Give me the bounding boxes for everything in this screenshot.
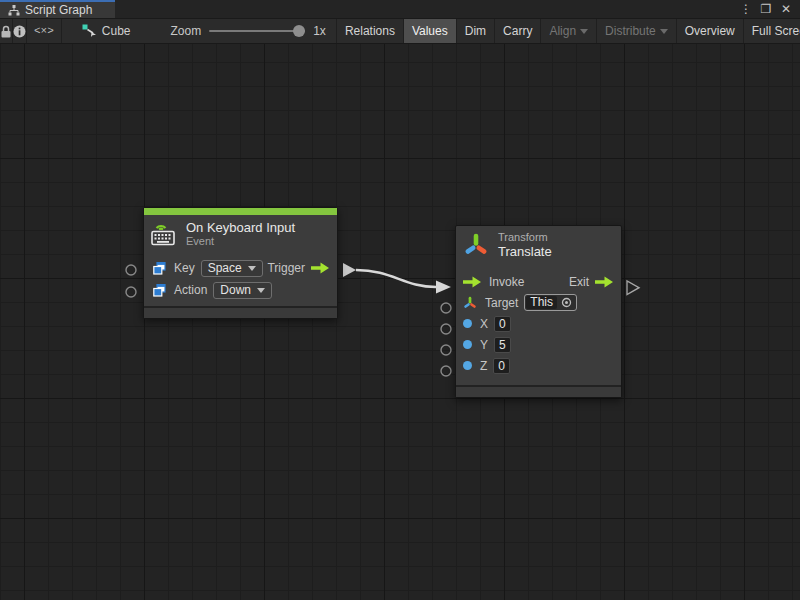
chevron-down-icon — [580, 29, 588, 34]
key-row: Key Space Trigger — [144, 257, 337, 279]
chevron-down-icon — [660, 29, 668, 34]
translate-node-body: Invoke Exit Target This — [456, 265, 621, 385]
action-dropdown[interactable]: Down — [213, 282, 272, 299]
toolbar-button-carry[interactable]: Carry — [494, 19, 540, 43]
action-input-port[interactable] — [126, 287, 136, 297]
value-port-dot — [463, 361, 472, 370]
y-input-port[interactable] — [441, 345, 451, 355]
graph-target-label: Cube — [102, 24, 131, 38]
toolbar-button-align[interactable]: Align — [540, 19, 596, 43]
info-icon — [13, 25, 26, 38]
graph-hierarchy-icon — [8, 5, 20, 16]
target-input-port[interactable] — [441, 303, 451, 313]
graph-toolbar: <×> Cube Zoom 1x Relations Values Dim Ca… — [0, 19, 800, 44]
event-node-body: Key Space Trigger — [144, 254, 337, 306]
zoom-value: 1x — [313, 24, 326, 38]
member-icon — [153, 262, 166, 275]
y-label: Y — [480, 338, 488, 352]
node-transform-translate[interactable]: Transform Translate Invoke Exit — [455, 225, 622, 398]
toolbar-button-overview[interactable]: Overview — [676, 19, 743, 43]
zoom-control: Zoom 1x — [141, 19, 336, 43]
exit-output-port[interactable] — [627, 281, 639, 295]
toolbar-button-distribute[interactable]: Distribute — [596, 19, 676, 43]
keyboard-event-icon — [151, 222, 177, 246]
script-graph-window: Script Graph ⋮ ❐ ✕ <×> — [0, 0, 800, 600]
z-input-port[interactable] — [441, 366, 451, 376]
graph-pointer-icon — [82, 24, 97, 38]
target-value: This — [526, 296, 557, 309]
edit-code-button[interactable]: <×> — [27, 19, 62, 43]
event-node-footer — [144, 306, 337, 318]
connections-overlay — [0, 44, 800, 600]
event-node-header: On Keyboard Input Event — [144, 215, 337, 254]
event-node-subtitle: Event — [186, 235, 295, 248]
tab-bar: Script Graph ⋮ ❐ ✕ — [0, 0, 800, 19]
translate-node-category: Transform — [498, 231, 552, 244]
y-value-field[interactable]: 5 — [494, 337, 511, 353]
key-dropdown[interactable]: Space — [201, 260, 263, 277]
close-icon[interactable]: ✕ — [778, 1, 794, 17]
invoke-label: Invoke — [489, 275, 524, 289]
zoom-label: Zoom — [171, 24, 202, 38]
toolbar-button-relations[interactable]: Relations — [336, 19, 403, 43]
maximize-icon[interactable]: ❐ — [758, 1, 774, 17]
value-port-dot — [463, 340, 472, 349]
value-port-dot — [463, 319, 472, 328]
invoke-row: Invoke Exit — [456, 271, 621, 292]
object-picker-icon[interactable] — [561, 297, 572, 308]
chevron-down-icon — [257, 288, 265, 293]
toolbar-button-values[interactable]: Values — [403, 19, 456, 43]
x-input-port[interactable] — [441, 324, 451, 334]
lock-button[interactable] — [0, 19, 13, 43]
target-object-field[interactable]: This — [524, 294, 577, 311]
tab-title: Script Graph — [25, 3, 92, 17]
target-row: Target This — [456, 292, 621, 313]
transform-mini-icon — [463, 296, 477, 310]
member-icon — [153, 284, 166, 297]
window-controls: ⋮ ❐ ✕ — [738, 0, 800, 18]
x-label: X — [480, 317, 488, 331]
more-menu-icon[interactable]: ⋮ — [738, 1, 754, 17]
flow-arrow-icon — [311, 262, 329, 274]
flow-arrow-icon — [595, 276, 613, 288]
translate-node-footer — [456, 385, 621, 397]
key-input-port[interactable] — [126, 265, 136, 275]
zoom-slider[interactable] — [209, 30, 305, 32]
z-label: Z — [480, 359, 487, 373]
zoom-slider-handle[interactable] — [293, 25, 305, 37]
key-label: Key — [174, 261, 195, 275]
toolbar-toggles: Relations Values Dim Carry Align Distrib… — [336, 19, 800, 43]
z-row: Z 0 — [456, 355, 621, 376]
trigger-output-port[interactable] — [343, 263, 356, 277]
chevron-down-icon — [248, 266, 256, 271]
lock-icon — [0, 25, 12, 38]
event-color-band — [144, 208, 337, 215]
graph-canvas[interactable]: On Keyboard Input Event Key Space — [0, 44, 800, 600]
tabbar-spacer — [115, 0, 738, 18]
x-row: X 0 — [456, 313, 621, 334]
action-label: Action — [174, 283, 207, 297]
info-button[interactable] — [13, 19, 27, 43]
y-row: Y 5 — [456, 334, 621, 355]
target-label: Target — [485, 296, 518, 310]
z-value-field[interactable]: 0 — [493, 358, 510, 374]
code-icon: <×> — [34, 25, 54, 37]
x-value-field[interactable]: 0 — [494, 316, 511, 332]
trigger-label: Trigger — [267, 261, 305, 275]
translate-node-title: Translate — [498, 244, 552, 259]
exit-label: Exit — [569, 275, 589, 289]
toolbar-button-fullscreen[interactable]: Full Screen — [743, 19, 800, 43]
translate-node-header: Transform Translate — [456, 226, 621, 265]
transform-icon — [463, 232, 489, 258]
invoke-input-port[interactable] — [436, 281, 451, 294]
action-row: Action Down — [144, 279, 337, 301]
node-on-keyboard-input[interactable]: On Keyboard Input Event Key Space — [143, 207, 338, 319]
tab-script-graph[interactable]: Script Graph — [0, 0, 115, 18]
toolbar-button-dim[interactable]: Dim — [456, 19, 494, 43]
event-node-title: On Keyboard Input — [186, 220, 295, 235]
graph-context[interactable]: Cube — [62, 19, 141, 43]
trigger-to-invoke-wire[interactable] — [356, 270, 436, 287]
flow-arrow-icon — [463, 276, 481, 288]
